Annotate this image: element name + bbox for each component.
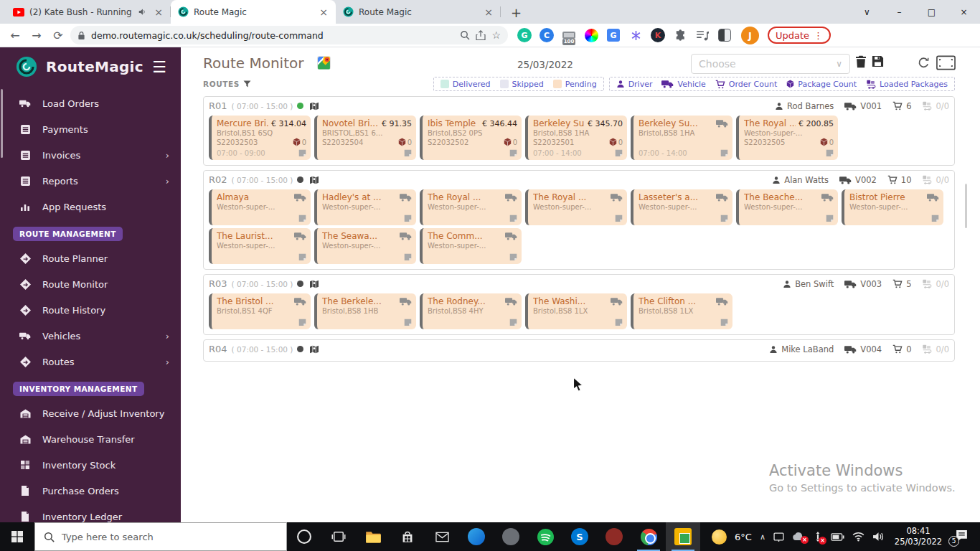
delete-button[interactable] bbox=[855, 55, 867, 68]
sidebar-item-purchase-orders[interactable]: Purchase Orders bbox=[0, 478, 181, 504]
start-button[interactable] bbox=[0, 522, 34, 551]
dark-reader-icon[interactable] bbox=[717, 27, 732, 43]
battery-icon[interactable] bbox=[831, 533, 844, 541]
order-card[interactable]: Berkeley Su...Bristol,BS8 1HA07:00 - 14:… bbox=[631, 116, 732, 160]
browser-tab[interactable]: Route Magic× bbox=[171, 0, 336, 24]
notification-center-icon[interactable]: 5 bbox=[955, 529, 969, 545]
scrollbar-thumb[interactable] bbox=[965, 184, 967, 228]
route-header[interactable]: R0107:00 - 15:00Rod BarnesV00160/0 bbox=[209, 99, 949, 113]
order-card[interactable]: The Clifton ...Bristol,BS8 1LX bbox=[631, 293, 732, 329]
browser-tab[interactable]: Route Magic× bbox=[336, 0, 501, 24]
task-view-icon[interactable] bbox=[321, 522, 356, 551]
active-app-icon[interactable] bbox=[666, 522, 700, 551]
keeper-icon[interactable]: K bbox=[650, 27, 666, 43]
color-wheel-icon[interactable] bbox=[583, 27, 599, 43]
tab-close-icon[interactable]: × bbox=[152, 6, 165, 18]
tab-close-icon[interactable]: × bbox=[317, 6, 330, 18]
browser-tab[interactable]: (2) Kate Bush - Running Up T× bbox=[6, 0, 171, 24]
update-button[interactable]: Update ⋮ bbox=[768, 27, 831, 44]
translate-icon[interactable]: G bbox=[606, 27, 621, 43]
order-card[interactable]: Mercure Bri...€ 314.04Bristol,BS1 6SQS22… bbox=[209, 116, 311, 160]
order-card[interactable]: Bistrot PierreWeston-super-... bbox=[842, 189, 943, 225]
url-bar[interactable]: demo.routemagic.co.uk/scheduling/route-c… bbox=[70, 26, 508, 44]
battery-extension-icon[interactable]: 100 bbox=[561, 27, 577, 43]
sidebar-item-route-planner[interactable]: Route Planner bbox=[0, 245, 181, 271]
order-card[interactable]: Berkeley Su...€ 345.70Bristol,BS8 1HAS22… bbox=[525, 116, 627, 160]
order-card[interactable]: The Royal ...Weston-super-... bbox=[420, 189, 522, 225]
refresh-button[interactable] bbox=[918, 57, 930, 69]
order-card[interactable]: Novotel Bri...€ 91.35BRISTOL,BS1 6...S22… bbox=[314, 116, 416, 160]
gray-app-icon[interactable] bbox=[494, 522, 528, 551]
forward-button[interactable]: → bbox=[27, 26, 46, 44]
onedrive-icon[interactable]: × bbox=[792, 532, 805, 541]
route-header[interactable]: R0407:00 - 15:00Mike LaBandV00400/0 bbox=[209, 342, 949, 356]
minimize-button[interactable]: – bbox=[883, 0, 915, 24]
sidebar-item-route-monitor[interactable]: Route Monitor bbox=[0, 271, 181, 297]
order-card[interactable]: The Rodney...Bristol,BS8 4HY bbox=[420, 293, 522, 329]
sidebar-item-load-orders[interactable]: Load Orders bbox=[0, 90, 181, 116]
snowflake-icon[interactable] bbox=[628, 27, 644, 43]
order-card[interactable]: The Bristol ...Bristol,BS1 4QF bbox=[209, 293, 311, 329]
sidebar-item-routes[interactable]: Routes› bbox=[0, 349, 181, 375]
order-card[interactable]: Hadley's at ...Weston-super-... bbox=[314, 189, 416, 225]
order-card[interactable]: AlmayaWeston-super-... bbox=[209, 189, 311, 225]
order-card[interactable]: The Laurist...Weston-super-... bbox=[209, 228, 311, 264]
chrome-icon[interactable] bbox=[631, 522, 666, 551]
tab-close-icon[interactable]: × bbox=[482, 6, 495, 18]
music-queue-icon[interactable] bbox=[694, 27, 710, 43]
blue-app-icon[interactable] bbox=[459, 522, 494, 551]
red-app-icon[interactable] bbox=[597, 522, 631, 551]
taskbar-clock[interactable]: 08:41 25/03/2022 bbox=[892, 526, 944, 547]
sidebar-item-vehicles[interactable]: Vehicles› bbox=[0, 323, 181, 349]
order-card[interactable]: The Comm...Weston-super-... bbox=[420, 228, 522, 264]
order-card[interactable]: The Royal ...€ 200.85Weston-super-...S22… bbox=[736, 116, 838, 160]
cortana-icon[interactable] bbox=[287, 522, 321, 551]
choose-dropdown[interactable]: Choose ∨ bbox=[691, 54, 850, 74]
weather-icon[interactable] bbox=[712, 529, 727, 545]
sidebar-item-reports[interactable]: Reports› bbox=[0, 168, 181, 194]
window-menu-chevron-icon[interactable]: ∨ bbox=[851, 0, 883, 24]
tray-chevron-up-icon[interactable]: ∧ bbox=[760, 532, 765, 542]
new-tab-button[interactable]: + bbox=[505, 5, 527, 20]
save-button[interactable] bbox=[872, 55, 884, 67]
store-icon[interactable] bbox=[390, 522, 425, 551]
order-card[interactable]: The Washi...Bristol,BS8 1LX bbox=[525, 293, 627, 329]
sidebar-item-receive-adjust-inventory[interactable]: Receive / Adjust Inventory bbox=[0, 400, 181, 426]
sidebar-scrollbar[interactable] bbox=[1, 89, 3, 158]
google-maps-icon[interactable] bbox=[317, 56, 331, 70]
fullscreen-button[interactable] bbox=[936, 55, 956, 70]
grammarly-icon[interactable]: G bbox=[517, 27, 532, 43]
app-window-icon[interactable] bbox=[773, 532, 784, 542]
order-card[interactable]: Ibis Temple ...€ 346.44Bristol,BS2 0PSS2… bbox=[420, 116, 522, 160]
sidebar-item-app-requests[interactable]: App Requests bbox=[0, 194, 181, 220]
colorzilla-icon[interactable]: C bbox=[539, 27, 555, 43]
skype-icon[interactable]: S bbox=[562, 522, 597, 551]
legend-metric[interactable]: Package Count bbox=[786, 80, 857, 89]
sidebar-item-invoices[interactable]: Invoices› bbox=[0, 142, 181, 168]
file-explorer-icon[interactable] bbox=[356, 522, 390, 551]
profile-avatar[interactable]: J bbox=[741, 27, 759, 44]
wifi-icon[interactable] bbox=[852, 532, 864, 542]
window-close-button[interactable]: × bbox=[948, 0, 980, 24]
taskbar-search-input[interactable]: Type here to search bbox=[34, 522, 287, 551]
sidebar-item-inventory-stock[interactable]: Inventory Stock bbox=[0, 452, 181, 478]
menu-kebab-icon[interactable]: ⋮ bbox=[814, 30, 823, 41]
back-button[interactable]: ← bbox=[6, 26, 24, 44]
legend-metric[interactable]: Driver bbox=[616, 80, 653, 89]
hamburger-menu-icon[interactable]: ☰ bbox=[152, 58, 166, 76]
share-icon[interactable] bbox=[476, 30, 486, 40]
order-card[interactable]: The Royal ...Weston-super-... bbox=[525, 189, 627, 225]
reload-button[interactable]: ⟳ bbox=[49, 26, 67, 44]
legend-metric[interactable]: Order Count bbox=[715, 80, 777, 89]
puzzle-icon[interactable] bbox=[672, 27, 688, 43]
spotify-icon[interactable] bbox=[528, 522, 562, 551]
sync-icon[interactable]: × bbox=[813, 532, 823, 542]
order-card[interactable]: The Beache...Weston-super-... bbox=[736, 189, 838, 225]
routes-filter[interactable]: ROUTES bbox=[203, 80, 251, 88]
sidebar-item-payments[interactable]: Payments bbox=[0, 116, 181, 142]
legend-metric[interactable]: Loaded Packages bbox=[866, 80, 948, 89]
route-header[interactable]: R0207:00 - 15:00Alan WattsV002100/0 bbox=[209, 173, 949, 187]
sidebar-item-inventory-ledger[interactable]: Inventory Ledger bbox=[0, 504, 181, 522]
order-card[interactable]: Lasseter's a...Weston-super-... bbox=[631, 189, 732, 225]
sidebar-item-warehouse-transfer[interactable]: Warehouse Transfer bbox=[0, 426, 181, 452]
